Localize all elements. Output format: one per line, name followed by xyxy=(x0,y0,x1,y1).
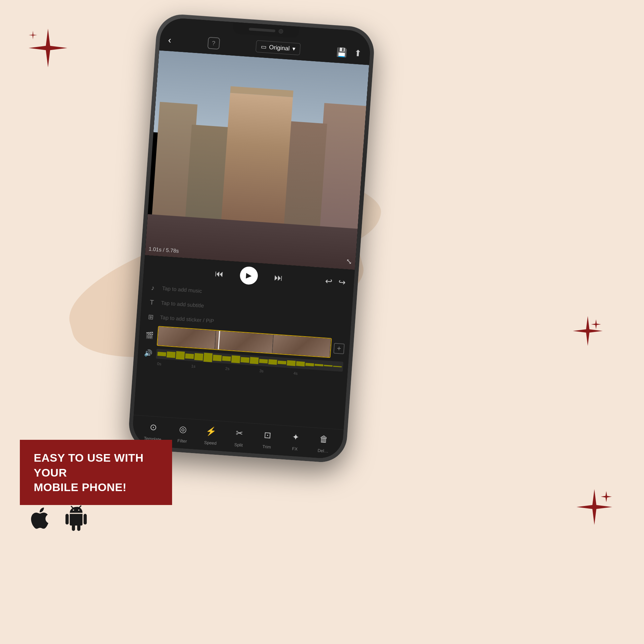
template-icon: ⊙ xyxy=(146,419,161,435)
apple-icon xyxy=(26,505,53,541)
tool-fx[interactable]: ✦ FX xyxy=(287,429,303,452)
sparkle-top-left-icon xyxy=(26,26,69,71)
fx-label: FX xyxy=(292,446,298,451)
delete-label: Del… xyxy=(317,448,328,454)
video-preview-area: 1.01s / 5.78s ⤡ xyxy=(145,50,369,270)
tool-trim[interactable]: ⊡ Trim xyxy=(259,427,275,450)
phone-outer-frame: ‹ ? ▭ Original ▾ 💾 ⬆ xyxy=(127,13,376,464)
top-action-icons: 💾 ⬆ xyxy=(336,47,362,59)
timeline-section: ♪ Tap to add music T Tap to add subtitle… xyxy=(134,280,353,429)
waveform-bar xyxy=(333,366,342,367)
sticker-lane-icon: ⊞ xyxy=(145,311,157,322)
waveform-bar xyxy=(166,351,175,358)
waveform-bar xyxy=(296,361,305,366)
waveform-bar xyxy=(194,353,203,360)
waveform-bar xyxy=(324,365,333,367)
waveform-bar xyxy=(222,356,231,361)
waveform-bar xyxy=(268,359,277,365)
waveform-bar xyxy=(241,357,250,363)
promo-banner: EASY TO USE WITH YOUR MOBILE PHONE! xyxy=(20,440,172,505)
phone-inner-frame: ‹ ? ▭ Original ▾ 💾 ⬆ xyxy=(132,17,372,459)
tool-speed[interactable]: ⚡ Speed xyxy=(203,423,219,446)
video-content xyxy=(145,50,369,270)
aspect-label: Original xyxy=(269,44,290,52)
ruler-mark-2s: 2s xyxy=(225,366,259,373)
banner-text: EASY TO USE WITH YOUR MOBILE PHONE! xyxy=(34,450,158,494)
help-button[interactable]: ? xyxy=(207,37,220,49)
notch-speaker xyxy=(249,27,275,32)
sparkle-bottom-right-icon xyxy=(575,487,614,528)
android-icon xyxy=(63,505,89,541)
redo-button[interactable]: ↪ xyxy=(338,277,346,287)
trim-label: Trim xyxy=(262,444,271,450)
tool-split[interactable]: ✂ Split xyxy=(231,425,247,448)
waveform-bar xyxy=(278,360,287,364)
filter-label: Filter xyxy=(177,438,187,444)
tool-template[interactable]: ⊙ Template xyxy=(144,419,162,442)
ruler-mark-0s: 0s xyxy=(157,361,191,368)
waveform-bar xyxy=(213,355,222,361)
split-icon: ✂ xyxy=(232,425,247,441)
tool-filter[interactable]: ◎ Filter xyxy=(175,421,191,444)
trim-icon: ⊡ xyxy=(260,427,275,443)
waveform-bar xyxy=(305,363,314,366)
fx-icon: ✦ xyxy=(288,429,303,445)
tool-delete[interactable]: 🗑 Del… xyxy=(316,431,332,454)
subtitle-lane-icon: T xyxy=(146,297,158,308)
waveform-bar xyxy=(315,364,323,366)
filter-icon: ◎ xyxy=(175,421,191,437)
waveform-bar xyxy=(250,357,259,364)
waveform-bar xyxy=(185,353,194,359)
split-label: Split xyxy=(234,442,243,448)
waveform-bar xyxy=(204,352,213,362)
aspect-arrow-icon: ▾ xyxy=(292,45,296,53)
video-thumb-1 xyxy=(158,327,216,349)
back-button[interactable]: ‹ xyxy=(168,35,172,46)
phone-mockup: ‹ ? ▭ Original ▾ 💾 ⬆ xyxy=(127,13,376,464)
waveform-bar xyxy=(259,359,268,364)
notch-camera xyxy=(278,29,283,34)
undo-redo-group: ↩ ↪ xyxy=(325,276,346,287)
video-thumb-2 xyxy=(215,331,273,353)
waveform-bar xyxy=(287,360,296,366)
video-thumb-3 xyxy=(272,335,331,357)
video-strip-icon: 🎬 xyxy=(144,330,155,341)
volume-icon: 🔊 xyxy=(143,347,154,359)
music-lane-icon: ♪ xyxy=(147,282,159,293)
share-icon[interactable]: ⬆ xyxy=(354,48,362,59)
os-icons-group xyxy=(26,505,89,541)
waveform-bar xyxy=(231,355,241,363)
aspect-icon: ▭ xyxy=(260,43,266,51)
fullscreen-button[interactable]: ⤡ xyxy=(346,257,352,266)
skip-forward-button[interactable]: ⏭ xyxy=(274,272,283,283)
sparkle-right-icon xyxy=(571,314,604,349)
undo-button[interactable]: ↩ xyxy=(325,276,333,286)
add-clip-button[interactable]: + xyxy=(333,343,345,354)
aspect-ratio-selector[interactable]: ▭ Original ▾ xyxy=(255,40,300,55)
ruler-mark-1s: 1s xyxy=(191,364,225,371)
waveform-bar xyxy=(176,351,185,360)
speed-icon: ⚡ xyxy=(204,423,219,439)
ruler-mark-3s: 3s xyxy=(259,369,294,376)
phone-screen: ‹ ? ▭ Original ▾ 💾 ⬆ xyxy=(132,17,372,459)
speed-label: Speed xyxy=(204,440,217,446)
delete-icon: 🗑 xyxy=(316,431,332,447)
waveform-bar xyxy=(158,352,166,356)
ruler-mark-4s: 4s xyxy=(293,371,328,378)
skip-back-button[interactable]: ⏮ xyxy=(214,268,224,279)
play-controls-group: ⏮ ▶ ⏭ xyxy=(214,264,283,287)
play-button[interactable]: ▶ xyxy=(239,266,258,285)
save-icon[interactable]: 💾 xyxy=(336,47,347,58)
